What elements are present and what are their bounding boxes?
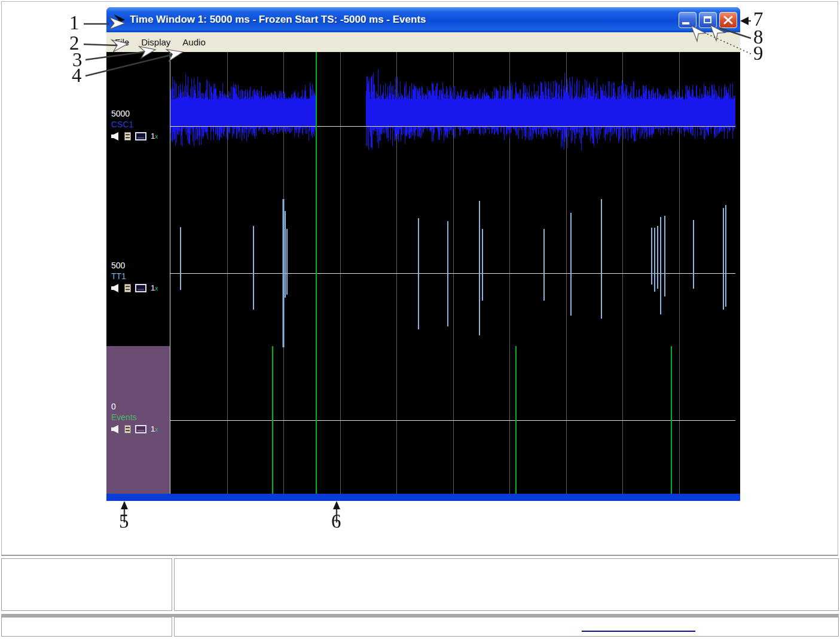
app-icon-arrow <box>114 14 125 25</box>
minimize-icon <box>682 22 689 25</box>
maximize-icon <box>704 16 711 23</box>
channel-scale: 500 <box>111 260 158 271</box>
speaker-icon[interactable] <box>111 132 120 140</box>
titlebar[interactable]: Time Window 1: 5000 ms - Frozen Start TS… <box>106 7 740 32</box>
table-row-2 <box>1 617 839 637</box>
minimize-button[interactable] <box>679 12 697 28</box>
channel-scale: 0 <box>111 401 158 412</box>
menu-file[interactable]: File <box>106 32 135 52</box>
close-button[interactable] <box>719 12 737 28</box>
hyperlink[interactable] <box>582 631 695 632</box>
speaker-icon[interactable] <box>111 425 120 433</box>
gain-control[interactable]: 1x <box>151 424 158 435</box>
gain-suffix: x <box>155 285 158 292</box>
gain-control[interactable]: 1x <box>151 131 158 142</box>
menubar: File Display Audio <box>106 32 740 52</box>
menu-audio[interactable]: Audio <box>176 32 211 52</box>
window-icon[interactable] <box>135 132 146 140</box>
menu-display[interactable]: Display <box>135 32 176 52</box>
gain-control[interactable]: 1x <box>151 283 158 294</box>
callout-number-1: 1 <box>69 13 80 33</box>
gain-suffix: x <box>155 426 158 433</box>
table-cell-1-2 <box>174 558 839 611</box>
table-cell-2-2 <box>174 617 839 637</box>
settings-icon[interactable] <box>124 425 131 433</box>
channel-block-events: 0 Events 1x <box>111 401 158 434</box>
channel-name: CSC1 <box>111 119 158 130</box>
channel-scale: 5000 <box>111 108 158 119</box>
close-icon <box>720 13 737 27</box>
callout-number-4: 4 <box>72 66 82 85</box>
channel-name: TT1 <box>111 271 158 282</box>
channel-block-tt1: 500 TT1 1x <box>111 260 158 293</box>
channel-block-csc1: 5000 CSC1 1x <box>111 108 158 141</box>
gain-suffix: x <box>155 133 158 140</box>
page: { "window": { "title": "Time Window 1: 5… <box>0 0 840 639</box>
window-title: Time Window 1: 5000 ms - Frozen Start TS… <box>130 14 676 26</box>
app-icon[interactable] <box>112 13 126 27</box>
maximize-button[interactable] <box>699 12 717 28</box>
channel-label-column: 5000 CSC1 1x <box>106 52 170 494</box>
table-cell-1-1 <box>1 558 172 611</box>
window-icon[interactable] <box>135 284 146 292</box>
time-window: Time Window 1: 5000 ms - Frozen Start TS… <box>106 7 740 501</box>
settings-icon[interactable] <box>124 284 131 292</box>
callout-number-5: 5 <box>119 512 129 531</box>
callout-number-6: 6 <box>331 512 341 531</box>
table-cell-2-1 <box>1 617 172 637</box>
table-row-1 <box>1 558 839 611</box>
settings-icon[interactable] <box>124 132 131 140</box>
waveform-plot[interactable] <box>170 52 735 494</box>
plot-area: 5000 CSC1 1x <box>106 52 740 494</box>
speaker-icon[interactable] <box>111 284 120 292</box>
channel-name: Events <box>111 412 158 423</box>
window-icon[interactable] <box>135 425 146 433</box>
callout-number-9: 9 <box>753 44 763 63</box>
